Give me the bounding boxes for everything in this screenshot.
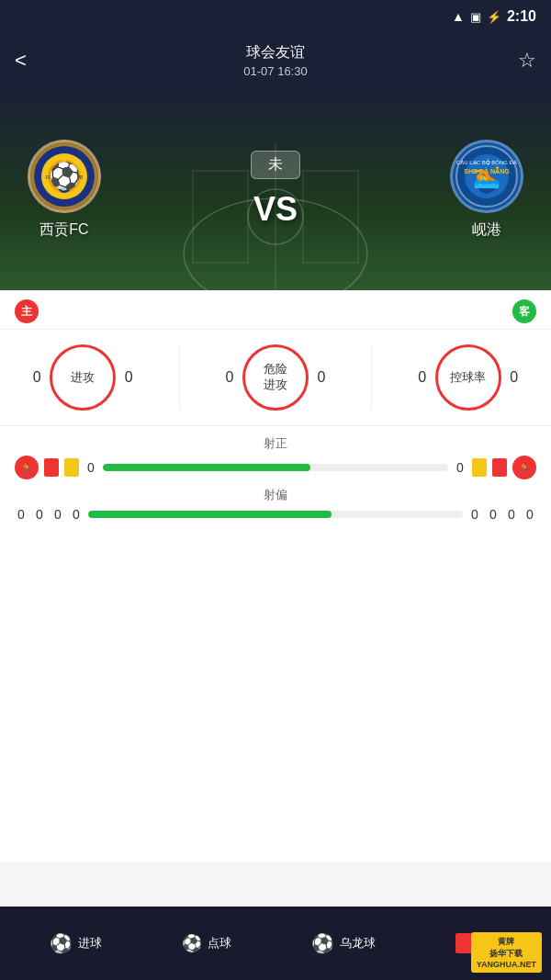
svg-point-7 <box>48 160 81 193</box>
goal-icon: ⚽ <box>50 932 73 954</box>
owngoal-icon: ⚽ <box>311 932 334 954</box>
shots-on-target-bar <box>103 464 448 471</box>
home-red-card <box>44 458 59 477</box>
stats-circles-row: 0 进攻 0 0 危险进攻 0 0 控球率 0 <box>0 330 551 426</box>
home-team-name: 西贡FC <box>39 220 88 240</box>
home-away-labels: 主 客 <box>0 290 551 330</box>
attack-circle: 进攻 <box>50 344 116 411</box>
shots-on-target-home: 0 <box>84 460 97 475</box>
svg-text:SAI GON: SAI GON <box>52 167 75 173</box>
home-team: SAI GON FOOTBALL CLUB ⚽ 西贡FC <box>28 140 101 240</box>
shots-off-row: 0 0 0 0 0 0 0 0 <box>15 507 536 522</box>
svg-text:FOOTBALL CLUB: FOOTBALL CLUB <box>46 175 84 180</box>
tab-owngoal[interactable]: ⚽ 乌龙球 <box>311 932 376 954</box>
svg-text:⚽: ⚽ <box>60 182 69 191</box>
svg-text:SHB·ĐÀ NẴNG: SHB·ĐÀ NẴNG <box>464 166 510 175</box>
shots-on-target-row: 🏃 0 0 🏃 <box>15 456 536 479</box>
status-time: 2:10 <box>507 8 536 25</box>
possession-stat: 0 控球率 0 <box>417 344 520 411</box>
svg-rect-3 <box>193 171 248 263</box>
shots-on-target-away: 0 <box>454 460 467 475</box>
shots-off-h2: 0 <box>33 507 46 522</box>
svg-rect-4 <box>303 171 358 263</box>
vs-section: 未 VS <box>251 151 300 229</box>
bottom-bar: ⚽ 进球 ⚽ 点球 ⚽ 乌龙球 红牌 黄牌 扬华下载 YANGHUA.NET <box>0 907 551 980</box>
shots-off-section: 射偏 0 0 0 0 0 0 0 0 <box>15 487 536 522</box>
match-status-badge: 未 <box>251 151 300 179</box>
signal-icon: ▣ <box>470 10 481 24</box>
shots-off-h4: 0 <box>70 507 83 522</box>
away-label: 客 <box>512 299 536 323</box>
home-label: 主 <box>15 299 39 323</box>
match-type: 球会友谊 <box>48 43 503 62</box>
dangerous-attack-label: 危险进攻 <box>264 362 287 393</box>
match-datetime: 01-07 16:30 <box>48 64 503 78</box>
dangerous-attack-stat: 0 危险进攻 0 <box>224 344 327 411</box>
away-team: CÂU LẠC BỘ BÓNG ĐÁ SHB·ĐÀ NẴNG 岘港 <box>450 140 523 240</box>
tab-owngoal-label: 乌龙球 <box>340 935 376 952</box>
tab-penalty-label: 点球 <box>208 935 231 952</box>
favorite-button[interactable]: ☆ <box>503 49 536 73</box>
header: < 球会友谊 01-07 16:30 ☆ <box>0 33 551 88</box>
stats-section: 主 客 0 进攻 0 0 危险进攻 0 0 控球率 0 <box>0 290 551 531</box>
dangerous-attack-away-value: 0 <box>316 369 327 386</box>
dangerous-attack-home-value: 0 <box>224 369 235 386</box>
away-team-name: 岘港 <box>472 220 501 240</box>
shots-off-bar <box>88 511 463 518</box>
shots-section: 射正 🏃 0 0 🏃 射偏 0 0 0 0 <box>0 426 551 531</box>
vs-text: VS <box>253 190 298 229</box>
away-yellow-card <box>472 458 487 477</box>
shots-on-target-label: 射正 <box>15 435 536 452</box>
back-button[interactable]: < <box>15 49 48 73</box>
svg-point-10 <box>58 180 71 193</box>
away-team-logo: CÂU LẠC BỘ BÓNG ĐÁ SHB·ĐÀ NẴNG <box>450 140 523 213</box>
possession-label: 控球率 <box>450 370 486 386</box>
watermark-line3: YANGHUA.NET <box>477 960 536 969</box>
shots-off-a3: 0 <box>505 507 518 522</box>
empty-content <box>0 531 551 862</box>
shots-off-h1: 0 <box>15 507 28 522</box>
penalty-icon: ⚽ <box>182 933 202 953</box>
shots-off-h3: 0 <box>51 507 64 522</box>
shots-off-a4: 0 <box>523 507 536 522</box>
svg-text:CÂU LẠC BỘ BÓNG ĐÁ: CÂU LẠC BỘ BÓNG ĐÁ <box>456 159 517 166</box>
attack-label: 进攻 <box>71 370 95 386</box>
redcard-icon <box>455 933 472 953</box>
shots-on-target-bar-fill <box>103 464 310 471</box>
possession-home-value: 0 <box>417 369 428 386</box>
away-shots-icon: 🏃 <box>512 456 536 479</box>
home-yellow-card <box>64 458 79 477</box>
attack-home-value: 0 <box>31 369 42 386</box>
status-bar: ▲ ▣ ⚡ 2:10 <box>0 0 551 33</box>
tab-goal-label: 进球 <box>78 935 102 952</box>
shots-off-a1: 0 <box>468 507 481 522</box>
possession-away-value: 0 <box>509 369 520 386</box>
tab-penalty[interactable]: ⚽ 点球 <box>182 933 231 953</box>
home-shots-icon: 🏃 <box>15 456 39 479</box>
watermark-line1: 黄牌 <box>477 936 536 948</box>
attack-away-value: 0 <box>123 369 134 386</box>
shots-off-label: 射偏 <box>15 487 536 503</box>
shots-off-bar-fill <box>88 511 332 518</box>
watermark: 黄牌 扬华下载 YANGHUA.NET <box>471 932 542 973</box>
svg-point-17 <box>478 175 496 194</box>
status-icons: ▲ ▣ ⚡ 2:10 <box>452 8 536 25</box>
shots-off-a2: 0 <box>487 507 500 522</box>
tab-goal[interactable]: ⚽ 进球 <box>50 932 102 954</box>
dangerous-attack-circle: 危险进攻 <box>242 344 309 411</box>
battery-icon: ⚡ <box>487 10 501 24</box>
home-team-logo: SAI GON FOOTBALL CLUB ⚽ <box>28 140 101 213</box>
attack-stat: 0 进攻 0 <box>31 344 134 411</box>
divider-2 <box>371 344 372 411</box>
watermark-line2: 扬华下载 <box>477 948 536 960</box>
away-red-card <box>492 458 507 477</box>
possession-circle: 控球率 <box>435 344 501 411</box>
match-hero: SAI GON FOOTBALL CLUB ⚽ 西贡FC 未 VS CÂU LẠ… <box>0 88 551 290</box>
header-title: 球会友谊 01-07 16:30 <box>48 43 503 78</box>
divider-1 <box>179 344 180 411</box>
wifi-icon: ▲ <box>452 9 465 24</box>
